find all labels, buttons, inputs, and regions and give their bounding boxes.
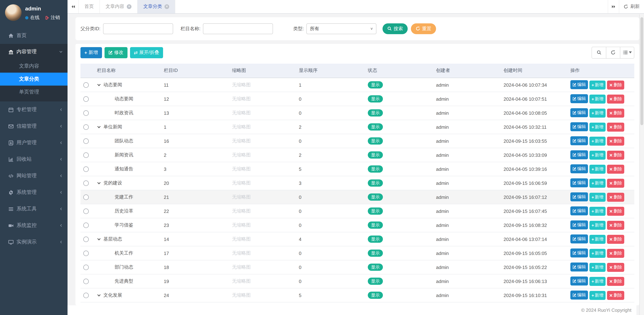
sidebar-item-column-mgmt[interactable]: 专栏管理 [0,101,68,118]
row-delete-button[interactable]: ✕删除 [607,109,624,118]
sidebar-item-system-monitor[interactable]: 系统监控 [0,217,68,234]
row-add-button[interactable]: +新增 [590,95,606,104]
reset-button[interactable]: 重置 [411,23,436,34]
table-row[interactable]: 动态要闻11无缩略图1显示admin2024-04-06 10:07:34编辑+… [80,78,634,92]
row-edit-button[interactable]: 编辑 [570,248,588,257]
table-row[interactable]: 先进典型19无缩略图0显示admin2024-09-15 16:06:13编辑+… [80,274,634,288]
row-delete-button[interactable]: ✕删除 [607,291,624,300]
close-tab-icon[interactable]: ✕ [164,4,169,9]
row-add-button[interactable]: +新增 [590,193,606,202]
table-row[interactable]: 动态要闻12无缩略图0显示admin2024-04-06 10:07:51编辑+… [80,92,634,106]
logout-link[interactable]: 注销 [51,14,60,21]
row-edit-button[interactable]: 编辑 [570,122,588,131]
row-add-button[interactable]: +新增 [590,249,606,258]
sidebar-item-website-mgmt[interactable]: 网站管理 [0,168,68,184]
row-edit-button[interactable]: 编辑 [570,206,588,215]
row-select-radio[interactable] [83,279,89,284]
row-add-button[interactable]: +新增 [590,123,606,132]
row-edit-button[interactable]: 编辑 [570,136,588,145]
row-add-button[interactable]: +新增 [590,207,606,216]
row-select-radio[interactable] [83,152,89,158]
table-row[interactable]: 机关工作17无缩略图0显示admin2024-09-15 16:05:05编辑+… [80,246,634,260]
add-button[interactable]: + 新增 [80,47,102,58]
row-delete-button[interactable]: ✕删除 [607,193,624,202]
row-edit-button[interactable]: 编辑 [570,192,588,201]
table-row[interactable]: 学习借鉴23无缩略图0显示admin2024-09-15 16:08:32编辑+… [80,218,634,232]
table-row[interactable]: 党的建设20无缩略图3显示admin2024-09-15 16:06:59编辑+… [80,176,634,190]
row-select-radio[interactable] [83,110,89,116]
row-edit-button[interactable]: 编辑 [570,150,588,159]
row-add-button[interactable]: +新增 [590,151,606,160]
row-delete-button[interactable]: ✕删除 [607,165,624,174]
collapse-caret-icon[interactable] [97,293,104,297]
row-select-radio[interactable] [83,180,89,186]
table-row[interactable]: 单位新闻1无缩略图2显示admin2024-04-05 10:32:11编辑+新… [80,120,634,134]
row-edit-button[interactable]: 编辑 [570,276,588,285]
collapse-caret-icon[interactable] [97,125,104,129]
row-select-radio[interactable] [83,166,89,172]
search-button[interactable]: 搜索 [382,23,408,34]
row-edit-button[interactable]: 编辑 [570,262,588,271]
row-add-button[interactable]: +新增 [590,277,606,286]
table-columns-button[interactable] [620,47,634,58]
sidebar-item-system-mgmt[interactable]: 系统管理 [0,184,68,201]
sidebar-item-home[interactable]: 首页 [0,27,68,44]
type-select[interactable]: 所有 ˅ [306,23,376,34]
close-tab-icon[interactable]: ✕ [127,4,132,9]
row-add-button[interactable]: +新增 [590,235,606,244]
row-edit-button[interactable]: 编辑 [570,164,588,173]
row-edit-button[interactable]: 编辑 [570,290,588,299]
row-select-radio[interactable] [83,251,89,256]
row-delete-button[interactable]: ✕删除 [607,179,624,188]
table-row[interactable]: 时政资讯13无缩略图0显示admin2024-04-06 10:08:05编辑+… [80,106,634,120]
row-delete-button[interactable]: ✕删除 [607,81,624,90]
collapse-caret-icon[interactable] [97,181,104,185]
row-select-radio[interactable] [83,265,89,270]
tabs-scroll-right-button[interactable] [608,0,619,13]
row-add-button[interactable]: +新增 [590,179,606,188]
tab-article-content[interactable]: 文章内容 ✕ [100,0,138,13]
row-add-button[interactable]: +新增 [590,165,606,174]
table-row[interactable]: 历史沿革22无缩略图0显示admin2024-09-15 16:07:45编辑+… [80,204,634,218]
row-add-button[interactable]: +新增 [590,221,606,230]
table-row[interactable]: 党建工作21无缩略图0显示admin2024-09-15 16:07:12编辑+… [80,190,634,204]
row-delete-button[interactable]: ✕删除 [607,249,624,258]
row-delete-button[interactable]: ✕删除 [607,95,624,104]
row-edit-button[interactable]: 编辑 [570,234,588,243]
row-select-radio[interactable] [83,293,89,298]
table-row[interactable]: 部门动态18无缩略图0显示admin2024-09-15 16:05:22编辑+… [80,260,634,274]
collapse-caret-icon[interactable] [97,237,104,241]
scrollbar-thumb[interactable] [640,17,643,125]
table-search-toggle-button[interactable] [592,47,606,58]
edit-button[interactable]: 修改 [104,47,127,58]
row-edit-button[interactable]: 编辑 [570,80,588,89]
sidebar-item-article-content[interactable]: 文章内容 [0,60,68,73]
tabs-scroll-left-button[interactable] [68,0,79,13]
row-select-radio[interactable] [83,195,89,200]
row-delete-button[interactable]: ✕删除 [607,235,624,244]
table-row[interactable]: 文化发展24无缩略图5显示admin2024-09-15 16:10:31编辑+… [80,288,634,302]
row-add-button[interactable]: +新增 [590,263,606,272]
row-select-radio[interactable] [83,209,89,214]
sidebar-item-user-mgmt[interactable]: 用户管理 [0,135,68,151]
row-select-radio[interactable] [83,82,89,88]
table-row[interactable]: 基层动态14无缩略图4显示admin2024-04-06 13:07:14编辑+… [80,232,634,246]
row-delete-button[interactable]: ✕删除 [607,151,624,160]
expand-collapse-button[interactable]: ⇄ 展开/折叠 [130,47,163,58]
row-delete-button[interactable]: ✕删除 [607,123,624,132]
row-delete-button[interactable]: ✕删除 [607,221,624,230]
table-row[interactable]: 新闻资讯2无缩略图2显示admin2024-04-05 10:33:09编辑+新… [80,148,634,162]
sidebar-item-mailbox-mgmt[interactable]: 信箱管理 [0,118,68,135]
row-add-button[interactable]: +新增 [590,81,606,90]
tab-article-category[interactable]: 文章分类 ✕ [138,0,175,13]
tab-home[interactable]: 首页 [79,0,100,13]
row-delete-button[interactable]: ✕删除 [607,137,624,146]
row-select-radio[interactable] [83,223,89,228]
row-delete-button[interactable]: ✕删除 [607,263,624,272]
sidebar-item-recycle-bin[interactable]: 回收站 [0,151,68,168]
row-select-radio[interactable] [83,138,89,144]
sidebar-item-single-page[interactable]: 单页管理 [0,86,68,99]
row-add-button[interactable]: +新增 [590,109,606,118]
parent-id-input[interactable] [103,23,173,34]
table-refresh-button[interactable] [606,47,620,58]
